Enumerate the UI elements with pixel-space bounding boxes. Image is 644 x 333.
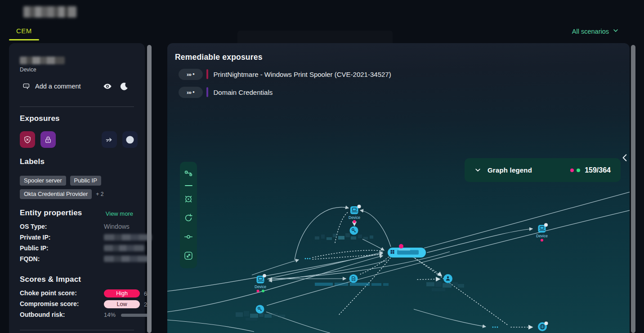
risk-dot-pink — [257, 290, 259, 293]
labels-title: Labels — [20, 157, 45, 166]
redacted-value — [104, 234, 152, 240]
node-badge — [358, 205, 361, 209]
node-badge — [544, 223, 548, 227]
score-row: Choke point score: High 66 — [20, 289, 145, 297]
property-row: OS Type: Windows — [20, 223, 138, 231]
legend-dots — [570, 169, 580, 172]
graph-toolbar — [180, 162, 197, 268]
entity-properties-title: Entity properties — [20, 209, 82, 218]
property-row: FQDN: — [20, 255, 138, 263]
lock-icon[interactable] — [40, 131, 56, 148]
redacted-graph-label — [315, 283, 389, 286]
exposures-title: Exposures — [20, 114, 60, 123]
property-label: Public IP: — [20, 244, 49, 252]
main-scrollbar[interactable] — [631, 45, 635, 333]
redacted-graph-label — [315, 233, 373, 240]
outbound-risk-label: Outbound risk: — [20, 311, 65, 318]
property-label: Private IP: — [20, 234, 50, 241]
labels-more-button[interactable]: + 2 — [96, 191, 103, 197]
remediable-exposures-panel: Remediable exposures ››› ● PrintNightmar… — [167, 43, 630, 333]
node-label: Device — [349, 215, 360, 220]
moon-icon[interactable] — [120, 82, 129, 91]
app-window: CEM All scenarios Device Add a comment — [0, 0, 644, 333]
property-label: FQDN: — [20, 255, 40, 262]
graph-edges — [167, 192, 630, 333]
label-tag: Okta Credential Provider — [20, 189, 92, 199]
entity-detail-panel: Device Add a comment Exposures — [9, 43, 145, 333]
score-badge-low: Low — [104, 300, 140, 308]
risk-dot-pink — [353, 220, 356, 223]
graph-node-credential-bottom[interactable] — [256, 305, 264, 314]
comment-icon[interactable] — [22, 82, 31, 91]
property-row: Public IP: — [20, 244, 138, 253]
legend-dot-green — [577, 169, 580, 172]
expand-icon[interactable] — [180, 246, 197, 265]
property-row: Private IP: — [20, 234, 138, 242]
shield-circle-icon[interactable] — [122, 131, 138, 148]
risk-dot-pink — [541, 239, 543, 242]
node-badge — [263, 274, 266, 278]
node-label: Device — [255, 284, 266, 289]
top-bar: CEM All scenarios — [0, 0, 644, 43]
propagate-arrow-icon[interactable] — [102, 131, 117, 148]
property-value: Windows — [104, 223, 130, 230]
route-icon[interactable] — [180, 166, 197, 182]
score-label: Choke point score: — [20, 289, 77, 297]
legend-count: 159/364 — [585, 166, 611, 174]
add-comment-button[interactable]: Add a comment — [35, 83, 81, 90]
tab-active-underline — [9, 39, 39, 40]
collapse-chevron-icon[interactable] — [622, 154, 628, 162]
comment-row: Add a comment — [22, 81, 129, 91]
chevron-down-icon — [474, 167, 481, 173]
eye-icon[interactable] — [103, 81, 112, 91]
labels-list: Spooler server Public IP Okta Credential… — [20, 176, 141, 199]
crosshair-icon[interactable] — [180, 190, 197, 209]
risk-dot-pink — [399, 244, 403, 249]
entity-name-redacted — [20, 57, 65, 64]
slider-icon[interactable] — [180, 227, 197, 246]
chevron-down-icon — [613, 27, 619, 35]
graph-node-user[interactable] — [443, 274, 452, 283]
collapsed-nodes-indicator[interactable] — [305, 258, 498, 328]
shield-x-icon[interactable] — [20, 131, 35, 148]
property-label: OS Type: — [20, 223, 47, 230]
graph-node-internet[interactable] — [538, 322, 548, 332]
risk-dot-green — [262, 290, 264, 293]
refresh-icon[interactable] — [180, 209, 197, 227]
score-label: Compromise score: — [20, 300, 79, 307]
graph-node-file[interactable] — [349, 275, 358, 283]
redacted-value — [104, 245, 144, 251]
tab-cem[interactable]: CEM — [16, 27, 32, 35]
graph-node-credential[interactable] — [350, 226, 358, 235]
graph-node-device-left[interactable]: Device — [255, 274, 266, 293]
score-badge-high: High — [104, 289, 140, 297]
divider — [20, 107, 134, 107]
score-row: Compromise score: Low 29 — [20, 300, 145, 308]
node-badge — [545, 322, 548, 325]
all-scenarios-dropdown[interactable]: All scenarios — [572, 27, 619, 35]
node-label: Device — [536, 234, 548, 238]
outbound-risk-value: 14% — [104, 311, 116, 318]
exposure-icons-row — [20, 131, 138, 148]
scores-impact-title: Scores & Impact — [20, 275, 81, 284]
graph-node-device-right[interactable]: Device — [536, 223, 548, 242]
legend-title: Graph legend — [487, 166, 532, 174]
entity-type-label: Device — [20, 67, 36, 73]
sidebar-scrollbar[interactable] — [147, 45, 152, 333]
redacted-value — [104, 256, 150, 262]
outbound-risk-row: Outbound risk: 14% — [20, 311, 145, 319]
view-more-link[interactable]: View more — [106, 210, 133, 217]
divider — [20, 330, 134, 330]
legend-dot-pink — [570, 169, 574, 172]
label-tag: Public IP — [70, 176, 101, 186]
graph-node-device-top[interactable]: Device — [349, 205, 361, 223]
app-logo — [23, 6, 76, 18]
all-scenarios-label: All scenarios — [572, 28, 609, 35]
outbound-risk-bar — [121, 314, 149, 317]
graph-node-main-selected[interactable] — [388, 244, 426, 258]
redacted-node-name — [398, 249, 410, 251]
graph-legend-toggle[interactable]: Graph legend 159/364 — [465, 158, 621, 182]
graph-canvas[interactable]: Device — [167, 43, 630, 333]
toolbar-divider — [185, 185, 192, 186]
label-tag: Spooler server — [20, 176, 66, 186]
